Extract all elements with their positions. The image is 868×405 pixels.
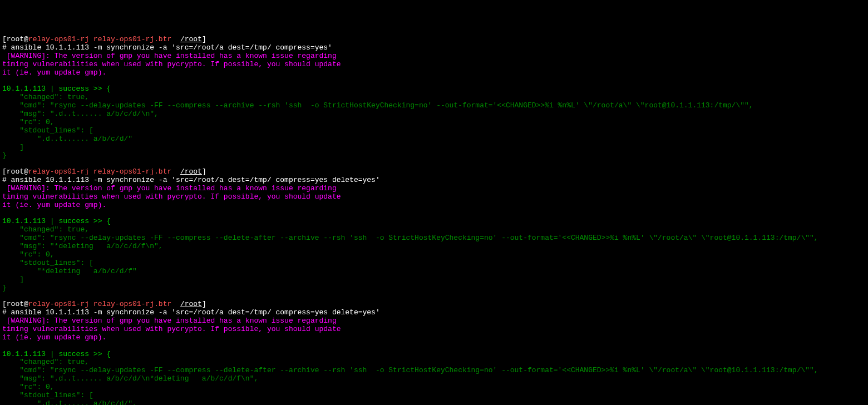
json-line: "msg": ".d..t...... a/b/c/d/\n*deleting … [2, 375, 866, 383]
prompt-host: relay-ops01-rj relay-ops01-rj.btr [28, 35, 171, 43]
blank-line [2, 342, 866, 350]
warning-line: timing vulnerabilities when used with py… [2, 193, 866, 201]
terminal-block: [root@relay-ops01-rj relay-ops01-rj.btr … [2, 36, 866, 160]
warning-line: it (ie. yum update gmp). [2, 69, 866, 77]
json-line: "cmd": "rsync --delay-updates -FF --comp… [2, 234, 866, 243]
json-line: "changed": true, [2, 226, 866, 234]
json-line: "changed": true, [2, 358, 866, 367]
json-line: "rc": 0, [2, 251, 866, 259]
prompt-path: /root [180, 167, 202, 176]
command-line: # ansible 10.1.1.113 -m synchronize -a '… [2, 309, 866, 317]
json-line: "cmd": "rsync --delay-updates -FF --comp… [2, 367, 866, 375]
json-line: "stdout_lines": [ [2, 392, 866, 400]
json-line: "*deleting a/b/c/d/f" [2, 268, 866, 276]
json-line: "changed": true, [2, 93, 866, 102]
prompt-user: root@ [7, 35, 28, 43]
json-line: } [2, 152, 866, 160]
prompt-bracket: [ [2, 300, 7, 308]
json-line: ".d..t...... a/b/c/d/", [2, 400, 866, 405]
json-line: "msg": "*deleting a/b/c/d/f\n", [2, 243, 866, 251]
blank-line [2, 210, 866, 218]
prompt-sep [171, 300, 180, 308]
warning-line: [WARNING]: The version of gmp you have i… [2, 52, 866, 61]
warning-line: [WARNING]: The version of gmp you have i… [2, 185, 866, 193]
prompt-bracket: ] [202, 35, 206, 43]
prompt-bracket: ] [202, 167, 206, 176]
json-line: ] [2, 276, 866, 284]
json-line: "rc": 0, [2, 118, 866, 127]
warning-line: [WARNING]: The version of gmp you have i… [2, 317, 866, 325]
prompt-user: root@ [7, 167, 28, 176]
prompt-bracket: ] [202, 300, 206, 308]
prompt-host: relay-ops01-rj relay-ops01-rj.btr [28, 167, 171, 176]
prompt-bracket: [ [2, 167, 7, 176]
success-line: 10.1.1.113 | success >> { [2, 218, 866, 226]
terminal-block: [root@relay-ops01-rj relay-ops01-rj.btr … [2, 300, 866, 405]
success-line: 10.1.1.113 | success >> { [2, 85, 866, 93]
json-line: ".d..t...... a/b/c/d/" [2, 135, 866, 144]
json-line: } [2, 284, 866, 293]
prompt-host: relay-ops01-rj relay-ops01-rj.btr [28, 300, 171, 308]
warning-line: it (ie. yum update gmp). [2, 201, 866, 210]
command-line: # ansible 10.1.1.113 -m synchronize -a '… [2, 176, 866, 185]
prompt-user: root@ [7, 300, 28, 308]
prompt-sep [171, 167, 180, 176]
prompt-line: [root@relay-ops01-rj relay-ops01-rj.btr … [2, 300, 866, 309]
json-line: "msg": ".d..t...... a/b/c/d/\n", [2, 110, 866, 118]
success-line: 10.1.1.113 | success >> { [2, 350, 866, 359]
json-line: "stdout_lines": [ [2, 127, 866, 135]
prompt-line: [root@relay-ops01-rj relay-ops01-rj.btr … [2, 36, 866, 44]
json-line: ] [2, 144, 866, 152]
prompt-path: /root [180, 35, 202, 43]
command-line: # ansible 10.1.1.113 -m synchronize -a '… [2, 44, 866, 52]
terminal-output[interactable]: [root@relay-ops01-rj relay-ops01-rj.btr … [2, 36, 866, 405]
prompt-bracket: [ [2, 35, 7, 43]
json-line: "cmd": "rsync --delay-updates -FF --comp… [2, 102, 866, 110]
warning-line: it (ie. yum update gmp). [2, 334, 866, 342]
prompt-sep [171, 35, 180, 43]
json-line: "rc": 0, [2, 383, 866, 392]
prompt-path: /root [180, 300, 202, 308]
terminal-block: [root@relay-ops01-rj relay-ops01-rj.btr … [2, 168, 866, 293]
blank-line [2, 77, 866, 85]
json-line: "stdout_lines": [ [2, 259, 866, 268]
warning-line: timing vulnerabilities when used with py… [2, 61, 866, 69]
warning-line: timing vulnerabilities when used with py… [2, 325, 866, 334]
prompt-line: [root@relay-ops01-rj relay-ops01-rj.btr … [2, 168, 866, 176]
